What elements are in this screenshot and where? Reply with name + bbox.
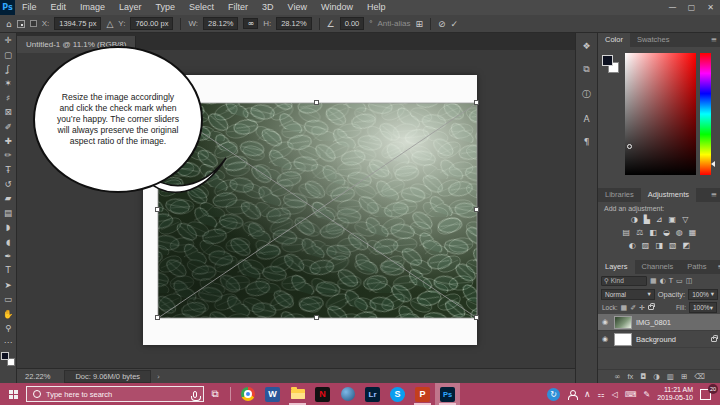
black-white-icon[interactable]: ◧ xyxy=(649,228,657,237)
pen-icon[interactable]: ✎ xyxy=(643,390,650,399)
menu-help[interactable]: Help xyxy=(360,0,393,15)
layer-row-img[interactable]: ◉ IMG_0801 xyxy=(598,314,720,331)
link-layers-icon[interactable]: ∞ xyxy=(614,372,620,381)
invert-icon[interactable]: ◐ xyxy=(629,241,636,250)
curves-icon[interactable]: ⊿ xyxy=(656,215,663,224)
lasso-tool[interactable]: ʆ xyxy=(0,62,17,76)
menu-edit[interactable]: Edit xyxy=(44,0,74,15)
reference-point-checkbox[interactable] xyxy=(30,20,37,27)
menu-view[interactable]: View xyxy=(281,0,314,15)
visibility-eye-icon[interactable]: ◉ xyxy=(602,318,610,326)
new-layer-icon[interactable]: ⊞ xyxy=(681,372,687,381)
shape-tool[interactable]: ▭ xyxy=(0,292,17,306)
interpolation-dropdown[interactable]: Anti-alias xyxy=(377,19,410,28)
crop-tool[interactable]: ♯ xyxy=(0,91,17,105)
layer-row-background[interactable]: ◉ Background xyxy=(598,331,720,348)
menu-window[interactable]: Window xyxy=(314,0,360,15)
selective-color-icon[interactable]: ▧ xyxy=(669,241,677,250)
windows-update-icon[interactable]: ↻ xyxy=(547,388,560,401)
gradient-tool[interactable]: ▤ xyxy=(0,206,17,220)
path-select-tool[interactable]: ➤ xyxy=(0,278,17,292)
clone-stamp-tool[interactable]: Ŧ xyxy=(0,163,17,177)
taskbar-app-chrome[interactable] xyxy=(235,383,260,405)
menu-3d[interactable]: 3D xyxy=(255,0,281,15)
warp-mode-icon[interactable]: ⊞ xyxy=(415,19,423,29)
transform-handle-bottom-center[interactable] xyxy=(314,315,319,320)
panel-strip-character-icon[interactable]: A xyxy=(583,114,589,124)
menu-filter[interactable]: Filter xyxy=(221,0,255,15)
layer-mask-icon[interactable]: ◘ xyxy=(640,372,646,381)
taskbar-app-lightroom[interactable]: Lr xyxy=(360,383,385,405)
color-lookup-icon[interactable]: ▦ xyxy=(689,228,697,237)
layer-filter-dropdown[interactable]: ⚲ Kind xyxy=(601,276,647,286)
lock-all-icon[interactable] xyxy=(648,305,654,310)
filter-shape-layers-icon[interactable]: ▭ xyxy=(676,277,683,285)
zoom-level-field[interactable]: 22.22% xyxy=(25,372,50,381)
menu-select[interactable]: Select xyxy=(182,0,221,15)
brush-tool[interactable]: ✏ xyxy=(0,148,17,162)
brightness-contrast-icon[interactable]: ◑ xyxy=(631,215,638,224)
foreground-background-swatches[interactable] xyxy=(1,352,15,366)
lock-transparency-icon[interactable]: ▦ xyxy=(621,304,628,312)
y-position-field[interactable]: 760.00 px xyxy=(130,17,173,30)
foreground-color-swatch[interactable] xyxy=(1,352,9,360)
width-field[interactable]: 28.12% xyxy=(203,17,238,30)
color-balance-icon[interactable]: ⚖ xyxy=(636,228,643,237)
panel-strip-paragraph-icon[interactable]: ¶ xyxy=(584,137,590,147)
transform-handle-bottom-right[interactable] xyxy=(474,315,479,320)
people-icon[interactable] xyxy=(567,390,577,399)
taskbar-app-file-explorer[interactable] xyxy=(285,383,310,405)
taskbar-app-circle[interactable] xyxy=(335,383,360,405)
menu-layer[interactable]: Layer xyxy=(112,0,149,15)
transform-handle-middle-left[interactable] xyxy=(155,207,160,212)
vibrance-icon[interactable]: ▽ xyxy=(682,215,688,224)
fill-dropdown[interactable]: 100% ▾ xyxy=(689,302,717,313)
zoom-tool[interactable]: ⚲ xyxy=(0,321,17,335)
channel-mixer-icon[interactable]: ◍ xyxy=(676,228,683,237)
quick-select-tool[interactable]: ✶ xyxy=(0,76,17,90)
taskbar-app-photoshop[interactable]: Ps xyxy=(435,383,460,405)
tab-adjustments[interactable]: Adjustments xyxy=(641,188,696,202)
filter-pixel-layers-icon[interactable]: ▦ xyxy=(650,277,657,285)
cancel-transform-icon[interactable]: ⊘ xyxy=(438,19,446,29)
blend-mode-dropdown[interactable]: Normal ▾ xyxy=(601,289,655,300)
tab-swatches[interactable]: Swatches xyxy=(630,33,677,47)
home-icon[interactable]: ⌂ xyxy=(6,19,12,29)
panel-menu-icon[interactable]: ≡ xyxy=(713,260,720,274)
tab-libraries[interactable]: Libraries xyxy=(598,188,641,202)
hue-slider-marker[interactable] xyxy=(711,161,715,167)
blur-tool[interactable]: ◗ xyxy=(0,220,17,234)
chevron-up-icon[interactable]: ∧ xyxy=(584,389,591,399)
visibility-eye-icon[interactable]: ◉ xyxy=(602,335,610,343)
eraser-tool[interactable]: ▰ xyxy=(0,191,17,205)
taskbar-app-powerpoint[interactable]: P xyxy=(410,383,435,405)
panel-strip-info-icon[interactable]: ⓘ xyxy=(582,88,591,101)
volume-icon[interactable]: ◁ xyxy=(612,390,618,399)
move-tool[interactable]: ✛ xyxy=(0,33,17,47)
hand-tool[interactable]: ✋ xyxy=(0,306,17,320)
height-field[interactable]: 28.12% xyxy=(276,17,311,30)
tab-layers[interactable]: Layers xyxy=(598,260,635,274)
minimize-icon[interactable]: — xyxy=(663,0,682,15)
color-cursor[interactable] xyxy=(627,144,632,149)
restore-icon[interactable]: ▢ xyxy=(682,0,701,15)
photo-filter-icon[interactable]: ◒ xyxy=(663,228,670,237)
angle-field[interactable]: 0.00 xyxy=(340,17,365,30)
network-icon[interactable]: ⚏ xyxy=(598,390,605,399)
levels-icon[interactable]: ▙ xyxy=(644,215,650,224)
relative-position-icon[interactable]: △ xyxy=(106,19,113,29)
threshold-icon[interactable]: ◨ xyxy=(655,241,663,250)
layer-effects-icon[interactable]: fx xyxy=(627,372,633,381)
transform-handle-middle-right[interactable] xyxy=(474,207,479,212)
panel-strip-icon-2[interactable]: ⧉ xyxy=(583,64,589,75)
filter-smart-objects-icon[interactable]: ◫ xyxy=(686,277,693,285)
action-center-button[interactable]: 20 xyxy=(700,387,714,401)
gradient-map-icon[interactable]: ◩ xyxy=(683,241,691,250)
taskbar-clock[interactable]: 11:21 AM 2019-05-10 xyxy=(657,386,693,403)
posterize-icon[interactable]: ▨ xyxy=(642,241,650,250)
dodge-tool[interactable]: ◖ xyxy=(0,234,17,248)
delete-layer-icon[interactable]: ⌫ xyxy=(694,372,705,381)
menu-type[interactable]: Type xyxy=(149,0,183,15)
filter-adjustment-layers-icon[interactable]: ◐ xyxy=(660,277,666,285)
taskbar-app-netflix[interactable]: N xyxy=(310,383,335,405)
